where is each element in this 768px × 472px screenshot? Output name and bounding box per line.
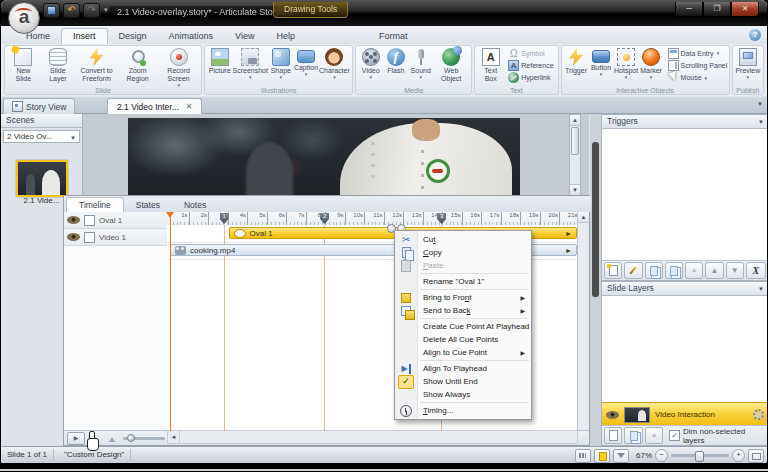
zoom-slider[interactable] [671,454,729,457]
save-icon[interactable] [43,3,60,18]
paste-trigger-button[interactable] [665,262,683,279]
scrolling-panel-button[interactable]: Scrolling Panel [666,59,730,71]
scroll-down-icon[interactable]: ▼ [570,184,580,195]
video-frame[interactable] [128,118,520,197]
zoom-region-button[interactable]: Zoom Region [117,47,158,84]
button-button[interactable]: Button▾ [589,47,614,84]
mouse-button[interactable]: Mouse▾ [666,72,730,84]
menu-item-show-until-end[interactable]: ✓Show Until End [395,375,531,388]
menu-item-bring-to-front[interactable]: Bring to Front▶ [395,291,531,304]
menu-item-send-to-back[interactable]: Send to Back▶ [395,304,531,317]
dim-non-selected-checkbox[interactable]: ✓ Dim non-selected layers [669,427,766,445]
minimize-button[interactable]: ─ [675,2,703,17]
scrollbar-thumb[interactable] [592,142,599,297]
new-slide-button[interactable]: New Slide [7,47,40,84]
redo-icon[interactable]: ↷ [83,3,100,18]
filter-view-icon[interactable] [613,449,629,463]
menu-item-align-to-cue-point[interactable]: Align to Cue Point▶ [395,346,531,359]
ribbon-tab-animations[interactable]: Animations [158,29,225,44]
slider-thumb[interactable] [695,451,704,462]
reference-button[interactable]: Reference [506,59,555,71]
menu-item-cut[interactable]: ✂Cut [395,233,531,246]
duplicate-trigger-button[interactable] [645,262,663,279]
timeline-vertical-scrollbar[interactable]: ▲ [577,212,589,431]
tab-slide-document[interactable]: 2.1 Video Inter... ✕ [107,98,202,114]
delete-trigger-button[interactable]: × [685,262,703,279]
workspace-scrollbar[interactable] [590,114,601,446]
screenshot-button[interactable]: Screenshot▾ [232,47,268,84]
eye-icon[interactable] [606,411,619,419]
slide-view-toggle-icon[interactable] [594,449,610,463]
trigger-button[interactable]: Trigger [564,47,589,84]
data-entry-button[interactable]: Data Entry▾ [666,47,730,59]
menu-item-copy[interactable]: Copy [395,246,531,259]
menu-item-create-cue-point-at-playhead[interactable]: Create Cue Point At Playhead [395,320,531,333]
scroll-up-icon[interactable]: ▲ [570,115,580,126]
timeline-horizontal-scrollbar[interactable]: ◄ [167,430,578,444]
fit-to-window-button[interactable] [748,449,764,463]
chevron-down-icon[interactable]: ▼ [758,119,764,125]
tab-list-dropdown-icon[interactable]: ▼ [757,101,763,107]
eye-icon[interactable] [67,233,80,241]
story-view-toggle-icon[interactable] [575,449,591,463]
timeline-row-video-1[interactable]: Video 1 [64,229,167,246]
gear-icon[interactable] [753,409,764,420]
video-button[interactable]: Video▾ [358,47,383,84]
menu-item-align-to-playhead[interactable]: ▶Align To Playhead [395,362,531,375]
play-button[interactable]: ▶ [67,432,85,445]
timeline-zoom-slider[interactable] [123,437,165,440]
slide-thumbnail[interactable] [16,160,68,197]
variables-button[interactable]: X [746,262,766,279]
marker-button[interactable]: Marker▾ [639,47,664,84]
menu-item-delete-all-cue-points[interactable]: Delete All Cue Points [395,333,531,346]
ribbon-tab-format[interactable]: Format [368,29,419,44]
scene-selector-dropdown[interactable]: 2 Video Ov... ▼ [3,130,80,143]
preview-button[interactable]: Preview▾ [735,47,761,84]
convert-to-freeform-button[interactable]: Convert to Freeform [76,47,117,84]
maximize-button[interactable]: ❐ [703,2,731,17]
scroll-up-icon[interactable]: ▲ [578,212,589,223]
timeline-ruler[interactable]: 1s2s3s4s5s6s7s8s9s10s11s12s13s14s15s16s1… [167,212,578,226]
scroll-left-icon[interactable]: ◄ [168,431,180,443]
checkbox-icon[interactable] [84,232,95,243]
menu-item-timing[interactable]: Timing... [395,404,531,417]
caption-button[interactable]: Caption▾ [293,47,318,84]
delete-layer-button[interactable]: × [645,427,663,444]
up-trigger-button[interactable]: ▲ [705,262,723,279]
down-trigger-button[interactable]: ▼ [726,262,744,279]
scrollbar-thumb[interactable] [571,127,579,155]
qat-dropdown-icon[interactable]: ▾ [104,6,108,14]
timeline-tab-timeline[interactable]: Timeline [66,197,124,213]
picture-button[interactable]: Picture [207,47,232,84]
close-button[interactable]: ✕ [731,2,759,17]
new-trigger-button[interactable] [604,262,622,279]
timeline-tab-notes[interactable]: Notes [172,198,218,212]
new-layer-button[interactable] [604,427,622,444]
ribbon-tab-help[interactable]: Help [265,29,306,44]
slide-layer-button[interactable]: Slide Layer [40,47,76,84]
ribbon-tab-design[interactable]: Design [108,29,158,44]
zoom-out-button[interactable]: − [655,449,668,462]
chevron-down-icon[interactable]: ▼ [758,286,764,292]
menu-item-rename-oval-1[interactable]: Rename "Oval 1" [395,275,531,288]
shape-button[interactable]: Shape▾ [268,47,293,84]
tab-story-view[interactable]: Story View [3,98,75,114]
ribbon-tab-insert[interactable]: Insert [61,28,108,44]
stage-vertical-scrollbar[interactable]: ▲ ▼ [569,114,581,196]
ribbon-tab-view[interactable]: View [224,29,265,44]
zoom-in-button[interactable]: + [732,449,745,462]
layer-row-video-interaction[interactable]: Video Interaction [602,402,767,426]
slider-thumb[interactable] [127,434,135,442]
checkbox-icon[interactable]: ✓ [669,430,680,441]
flash-button[interactable]: Flash [383,47,408,84]
timeline-row-oval-1[interactable]: Oval 1 [64,212,167,229]
close-tab-icon[interactable]: ✕ [186,102,193,111]
timeline-tab-states[interactable]: States [124,198,172,212]
playhead-marker-icon[interactable] [166,212,174,222]
undo-icon[interactable]: ↶ [63,3,80,18]
checkbox-icon[interactable] [84,215,95,226]
character-button[interactable]: Character▾ [319,47,351,84]
zoom-out-timeline-icon[interactable] [109,434,115,442]
duplicate-layer-button[interactable] [624,427,642,444]
playhead[interactable] [170,213,171,431]
